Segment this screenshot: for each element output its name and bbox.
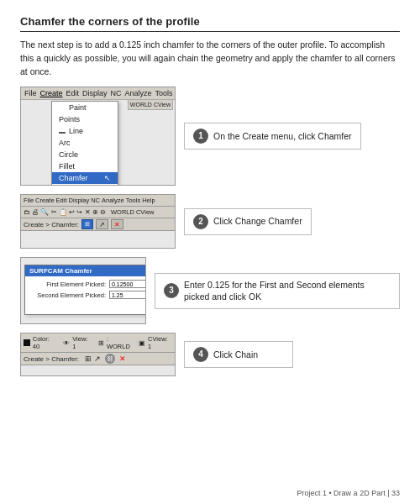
step-3-screenshot: SURFCAM Chamfer First Element Picked: Se… <box>20 257 146 324</box>
toolbar-row-1: File Create Edit Display NC Analyze Tool… <box>21 195 175 207</box>
cview-icon: ▣ <box>139 339 145 347</box>
tb-nc: NC <box>91 197 100 204</box>
page-footer: Project 1 • Draw a 2D Part | 33 <box>297 489 400 497</box>
menu-item-circle[interactable]: Circle <box>52 149 118 160</box>
x-icon[interactable]: ✕ <box>119 354 126 363</box>
step-3-badge: 3 <box>164 283 179 298</box>
paint-icon <box>59 104 66 111</box>
dialog-titlebar: SURFCAM Chamfer <box>25 265 146 276</box>
step-3-row: SURFCAM Chamfer First Element Picked: Se… <box>20 257 400 324</box>
page-title: Chamfer the corners of the profile <box>20 15 400 32</box>
step-3-label: Enter 0.125 for the First and Second ele… <box>184 279 391 303</box>
menu-bar: File Create Edit Display NC Analyze Tool… <box>21 87 175 100</box>
menu-file[interactable]: File <box>24 89 37 97</box>
toolbar-icons: WORLD CView <box>128 99 173 110</box>
menu-item-chamfer[interactable]: Chamfer ↖ <box>52 172 118 184</box>
step-4-row: Color: 40 👁 View: 1 ⊞ : WORLD ▣ CView: 1… <box>20 333 400 376</box>
step-1-screenshot: File Create Edit Display NC Analyze Tool… <box>20 87 176 186</box>
menu-item-arc[interactable]: Arc <box>52 137 118 149</box>
field1-row: First Element Picked: <box>30 280 146 288</box>
step-4-badge: 4 <box>193 347 208 362</box>
arrow-icon: ↗ <box>94 354 101 363</box>
toolbar-row-2: 🗀 🖨 🔍 ✂ 📋 ↩ ↪ ✕ ⊕ ⊖ WORLD CView <box>21 207 175 218</box>
tb-edit: Edit <box>56 197 67 204</box>
view-label: View: 1 <box>72 335 92 350</box>
menu-nc[interactable]: NC <box>111 89 122 97</box>
step-2-badge: 2 <box>193 214 208 229</box>
cancel-x-btn[interactable]: ✕ <box>111 219 123 229</box>
world-label-4: : WORLD <box>107 335 133 350</box>
change-chamfer-btn[interactable]: ⊞ <box>81 219 93 229</box>
menu-item-line[interactable]: Line <box>52 125 118 137</box>
world-icon: ⊞ <box>98 339 104 347</box>
eye-icon: 👁 <box>63 339 70 347</box>
chamfer-dialog: SURFCAM Chamfer First Element Picked: Se… <box>24 265 146 315</box>
field1-input[interactable] <box>109 280 146 288</box>
status-bar: Color: 40 👁 View: 1 ⊞ : WORLD ▣ CView: 1 <box>21 333 175 353</box>
menu-tools[interactable]: Tools <box>155 89 173 97</box>
step-1-badge: 1 <box>193 129 208 144</box>
tb-display: Display <box>69 197 90 204</box>
step-2-screenshot: File Create Edit Display NC Analyze Tool… <box>20 194 176 249</box>
world-label-2: WORLD <box>111 208 134 216</box>
cview-label-4: CView: 1 <box>148 335 172 350</box>
line-icon <box>59 132 66 134</box>
toolbar-icons-row: 🗀 🖨 🔍 ✂ 📋 ↩ ↪ ✕ ⊕ ⊖ <box>24 208 106 216</box>
step-2-row: File Create Edit Display NC Analyze Tool… <box>20 194 400 249</box>
dialog-body: First Element Picked: Second Element Pic… <box>25 276 146 314</box>
chamfer-toolbar-icons: ⊞ <box>85 354 92 363</box>
menu-item-fillet[interactable]: Fillet <box>52 160 118 172</box>
dialog-fields: First Element Picked: Second Element Pic… <box>30 280 146 299</box>
menu-item-points[interactable]: Points <box>52 113 118 125</box>
menu-edit[interactable]: Edit <box>66 89 80 97</box>
field1-label: First Element Picked: <box>30 281 106 288</box>
step-1-label-box: 1 On the Create menu, click Chamfer <box>184 123 361 150</box>
other-btn-1[interactable]: ↗ <box>96 219 108 229</box>
menu-item-spline[interactable]: Spline <box>52 184 118 186</box>
step-2-label: Click Change Chamfer <box>213 215 302 228</box>
tb-tools: Tools <box>126 197 141 204</box>
create-dropdown: Paint Points Line Arc Circle Fillet Cham… <box>51 101 118 186</box>
path-text-4: Create > Chamfer: <box>24 355 79 363</box>
path-text: Create > Chamfer: <box>24 221 79 228</box>
world-label: WORLD <box>130 102 152 108</box>
color-swatch <box>24 339 30 346</box>
menu-create[interactable]: Create <box>40 89 63 97</box>
step-4-label: Click Chain <box>213 349 258 361</box>
tb-create: Create <box>35 197 55 204</box>
step-1-label: On the Create menu, click Chamfer <box>213 130 352 143</box>
tb-help: Help <box>142 197 155 204</box>
intro-text: The next step is to add a 0.125 inch cha… <box>20 39 400 78</box>
step-4-label-box: 4 Click Chain <box>184 341 293 368</box>
path-line: Create > Chamfer: ⊞ ↗ ✕ <box>21 218 175 231</box>
cview-label: CView <box>154 102 171 108</box>
step-4-screenshot: Color: 40 👁 View: 1 ⊞ : WORLD ▣ CView: 1… <box>20 333 176 376</box>
menu-display[interactable]: Display <box>82 89 108 97</box>
chain-icon[interactable]: ⛓ <box>105 354 115 364</box>
step-1-row: File Create Edit Display NC Analyze Tool… <box>20 87 400 186</box>
path-line-4: Create > Chamfer: ⊞ ↗ ⛓ ✕ <box>21 353 175 365</box>
field2-label: Second Element Picked: <box>30 291 106 299</box>
field2-input[interactable] <box>109 291 146 299</box>
steps-area: File Create Edit Display NC Analyze Tool… <box>20 87 400 376</box>
step-3-label-box: 3 Enter 0.125 for the First and Second e… <box>155 273 400 309</box>
chamfer-cursor-icon: ↖ <box>104 174 111 182</box>
tb-file: File <box>24 197 34 204</box>
field2-row: Second Element Picked: <box>30 291 146 299</box>
dialog-fields-row: First Element Picked: Second Element Pic… <box>30 280 146 311</box>
color-label: Color: 40 <box>33 335 57 350</box>
cview-label-2: CView <box>136 208 155 216</box>
tb-analyze: Analyze <box>102 197 124 204</box>
menu-analyze[interactable]: Analyze <box>125 89 152 97</box>
menu-item-paint[interactable]: Paint <box>52 102 118 113</box>
step-2-label-box: 2 Click Change Chamfer <box>184 208 312 235</box>
